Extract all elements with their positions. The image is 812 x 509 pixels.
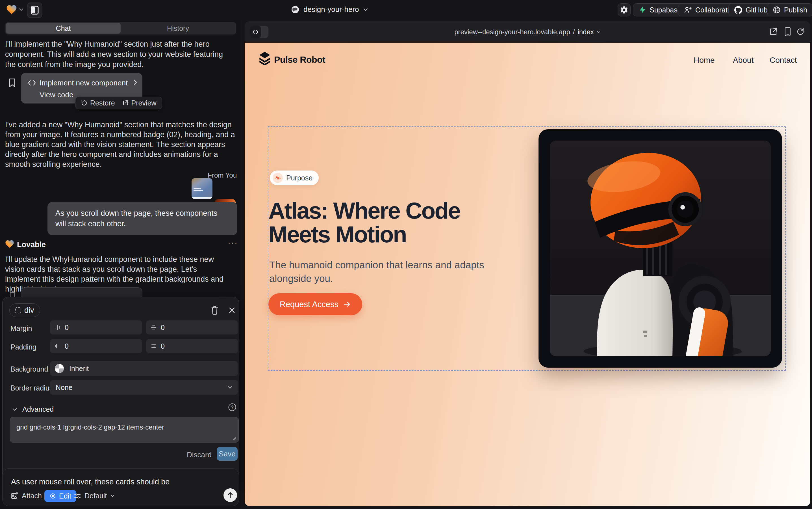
margin-y-input[interactable]: 0 [146, 320, 238, 335]
hero-subheading: The humanoid companion that learns and a… [269, 258, 495, 285]
chat-history-tabs: Chat History [5, 22, 236, 34]
github-icon [734, 6, 742, 14]
site-brand[interactable]: Pulse Robot [274, 55, 325, 65]
sidebar-panel-icon [31, 6, 39, 15]
padding-y-icon [151, 343, 157, 349]
target-icon [49, 493, 56, 499]
view-code-link[interactable]: View code [40, 91, 73, 99]
open-external-button[interactable] [769, 27, 778, 36]
restore-button[interactable]: Restore [81, 99, 115, 107]
classes-textarea[interactable]: grid grid-cols-1 lg:grid-cols-2 gap-12 i… [10, 417, 239, 443]
padding-y-input[interactable]: 0 [146, 339, 238, 353]
globe-icon [773, 6, 781, 14]
border-radius-select[interactable]: None [50, 380, 238, 395]
mode-select[interactable]: Default [74, 492, 115, 500]
refresh-button[interactable] [796, 27, 805, 36]
margin-x-input[interactable]: 0 [50, 320, 142, 335]
sliders-icon [74, 492, 81, 500]
chevron-down-icon [110, 494, 115, 498]
margin-y-icon [151, 324, 157, 331]
chat-composer[interactable]: As user mouse roll over, these cards sho… [2, 468, 239, 506]
gear-icon [620, 6, 628, 14]
code-icon [28, 80, 36, 86]
margin-label: Margin [10, 324, 32, 333]
user-message-bubble: As you scroll down the page, these compo… [47, 202, 237, 235]
project-chevron-down-icon [363, 8, 368, 11]
more-options-icon[interactable]: ··· [228, 238, 238, 248]
tab-history[interactable]: History [121, 23, 235, 34]
element-inspector-panel: div Margin 0 0 Padding [2, 297, 239, 484]
preview-panel: preview--design-your-hero.lovable.app / … [245, 21, 810, 506]
chevron-down-icon [597, 31, 601, 33]
edit-mode-button[interactable]: Edit [44, 490, 76, 502]
preview-page: index [578, 28, 594, 36]
restore-icon [81, 100, 87, 106]
purpose-badge: Purpose [270, 171, 319, 185]
save-button[interactable]: Save [217, 447, 237, 461]
advanced-toggle[interactable]: Advanced [12, 405, 54, 413]
add-user-icon [684, 6, 692, 13]
bookmark-icon-partial [9, 292, 16, 297]
supabase-icon [639, 6, 646, 13]
send-button[interactable] [223, 488, 237, 502]
assistant-message: I've added a new "Why Humanoid" section … [5, 120, 236, 169]
pulse-icon [273, 173, 283, 183]
margin-x-icon [54, 324, 61, 331]
transparency-swatch-icon [54, 364, 64, 373]
settings-button[interactable] [618, 3, 631, 16]
padding-x-icon [54, 343, 61, 349]
assistant-message: I'll implement the "Why Humanoid" sectio… [5, 39, 234, 70]
help-icon[interactable]: ? [228, 403, 236, 411]
nav-contact[interactable]: Contact [770, 56, 797, 65]
bookmark-icon[interactable] [8, 78, 16, 88]
app-window: design-your-hero Supabase Collaborate [0, 0, 812, 509]
nav-about[interactable]: About [733, 56, 753, 65]
preview-url: preview--design-your-hero.lovable.app [454, 28, 570, 36]
arrow-right-icon [343, 301, 351, 308]
dashed-selection-icon [15, 307, 21, 313]
chevron-down-icon [12, 408, 17, 411]
publish-button[interactable]: Publish [767, 3, 812, 16]
project-name: design-your-hero [303, 5, 359, 14]
attach-image-icon [10, 492, 19, 500]
external-link-icon [122, 100, 128, 106]
mobile-view-button[interactable] [784, 27, 791, 36]
lovable-logo-icon[interactable] [6, 4, 17, 15]
robot-image [550, 140, 771, 356]
chat-panel: Chat History I'll implement the "Why Hum… [0, 20, 241, 509]
sidebar-toggle-button[interactable] [27, 3, 42, 18]
pulse-robot-logo-icon[interactable] [259, 52, 271, 65]
preview-site: Pulse Robot Home About Contact Purpose A… [245, 43, 810, 506]
attach-button[interactable]: Attach [10, 492, 42, 500]
chevron-right-icon [133, 79, 137, 86]
attachment-thumbnail-blue[interactable] [191, 178, 213, 199]
component-card-title: Implement new component [40, 79, 128, 88]
hero-heading: Atlas: Where Code Meets Motion [268, 199, 503, 246]
composer-input[interactable]: As user mouse roll over, these cards sho… [11, 478, 170, 486]
project-globe-icon [291, 5, 299, 14]
preview-url-bar[interactable]: preview--design-your-hero.lovable.app / … [245, 21, 810, 43]
delete-element-button[interactable] [211, 306, 219, 315]
logo-chevron-down-icon[interactable] [19, 8, 24, 11]
discard-button[interactable]: Discard [187, 450, 212, 459]
restore-preview-toolbar: Restore Preview [75, 97, 162, 109]
preview-header: preview--design-your-hero.lovable.app / … [245, 21, 810, 43]
border-radius-label: Border radius [10, 384, 53, 392]
nav-home[interactable]: Home [694, 56, 715, 65]
resize-handle[interactable] [232, 436, 237, 441]
thumbnail-strip [191, 197, 213, 199]
padding-label: Padding [10, 343, 36, 351]
request-access-button[interactable]: Request Access [268, 293, 362, 315]
top-bar: design-your-hero Supabase Collaborate [0, 0, 812, 20]
preview-button[interactable]: Preview [122, 99, 156, 107]
project-switcher[interactable]: design-your-hero [291, 5, 368, 14]
padding-x-input[interactable]: 0 [50, 339, 142, 353]
chevron-down-icon [227, 386, 232, 389]
svg-text:?: ? [231, 405, 234, 410]
lovable-heart-icon [5, 240, 14, 248]
tab-chat[interactable]: Chat [6, 23, 121, 34]
close-icon[interactable] [228, 306, 236, 314]
selected-element-chip[interactable]: div [9, 303, 40, 317]
background-input[interactable]: Inherit [50, 361, 238, 376]
background-label: Background [10, 365, 48, 373]
